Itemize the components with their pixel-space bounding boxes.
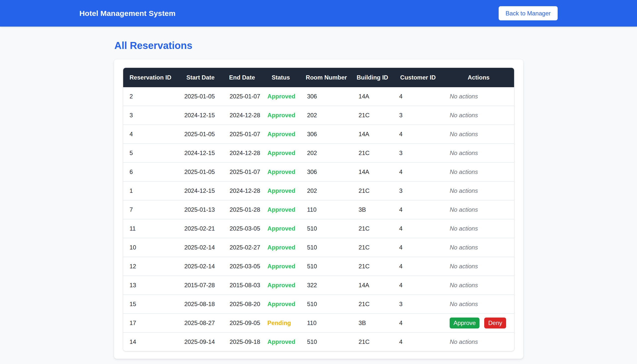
cell-room-number: 110	[301, 200, 352, 219]
cell-end-date: 2025-09-18	[223, 332, 261, 351]
cell-actions: No actions	[443, 257, 514, 276]
cell-reservation-id: 15	[123, 295, 178, 314]
cell-reservation-id: 4	[123, 125, 178, 144]
cell-end-date: 2025-01-28	[223, 200, 261, 219]
no-actions-label: No actions	[450, 112, 478, 118]
cell-room-number: 202	[301, 106, 352, 125]
cell-start-date: 2015-07-28	[178, 276, 223, 295]
cell-status: Approved	[261, 332, 301, 351]
cell-start-date: 2025-02-14	[178, 257, 223, 276]
cell-end-date: 2025-01-07	[223, 162, 261, 182]
column-header-end-date: End Date	[223, 68, 261, 87]
cell-status: Approved	[261, 125, 301, 144]
column-header-reservation-id: Reservation ID	[123, 68, 178, 87]
cell-building-id: 21C	[352, 332, 393, 351]
cell-reservation-id: 7	[123, 200, 178, 219]
cell-end-date: 2024-12-28	[223, 182, 261, 200]
cell-room-number: 110	[301, 314, 352, 332]
no-actions-label: No actions	[450, 301, 478, 307]
cell-actions: No actions	[443, 238, 514, 257]
column-header-actions: Actions	[443, 68, 514, 87]
cell-building-id: 21C	[352, 238, 393, 257]
cell-actions: No actions	[443, 182, 514, 200]
cell-actions: No actions	[443, 219, 514, 238]
cell-end-date: 2025-08-20	[223, 295, 261, 314]
cell-room-number: 510	[301, 332, 352, 351]
page-title: All Reservations	[114, 40, 523, 52]
cell-building-id: 21C	[352, 295, 393, 314]
cell-room-number: 510	[301, 257, 352, 276]
table-row: 10 2025-02-14 2025-02-27 Approved 510 21…	[123, 238, 514, 257]
cell-actions: No actions	[443, 144, 514, 162]
table-row: 4 2025-01-05 2025-01-07 Approved 306 14A…	[123, 125, 514, 144]
cell-room-number: 322	[301, 276, 352, 295]
cell-actions: ApproveDeny	[443, 314, 514, 332]
cell-actions: No actions	[443, 276, 514, 295]
no-actions-label: No actions	[450, 206, 478, 213]
cell-actions: No actions	[443, 106, 514, 125]
cell-reservation-id: 5	[123, 144, 178, 162]
table-header-row: Reservation ID Start Date End Date Statu…	[123, 68, 514, 87]
cell-start-date: 2025-02-14	[178, 238, 223, 257]
cell-customer-id: 4	[393, 238, 443, 257]
cell-reservation-id: 2	[123, 87, 178, 106]
cell-end-date: 2025-01-07	[223, 125, 261, 144]
cell-end-date: 2024-12-28	[223, 144, 261, 162]
cell-reservation-id: 12	[123, 257, 178, 276]
cell-start-date: 2024-12-15	[178, 144, 223, 162]
cell-customer-id: 3	[393, 295, 443, 314]
cell-reservation-id: 14	[123, 332, 178, 351]
approve-button[interactable]: Approve	[450, 318, 480, 328]
table-row: 6 2025-01-05 2025-01-07 Approved 306 14A…	[123, 162, 514, 182]
cell-room-number: 202	[301, 182, 352, 200]
cell-customer-id: 4	[393, 332, 443, 351]
cell-start-date: 2025-08-27	[178, 314, 223, 332]
column-header-start-date: Start Date	[178, 68, 223, 87]
cell-reservation-id: 3	[123, 106, 178, 125]
back-to-manager-button[interactable]: Back to Manager	[499, 6, 558, 20]
cell-building-id: 21C	[352, 257, 393, 276]
cell-start-date: 2025-08-18	[178, 295, 223, 314]
cell-start-date: 2025-01-05	[178, 87, 223, 106]
no-actions-label: No actions	[450, 244, 478, 251]
cell-end-date: 2015-08-03	[223, 276, 261, 295]
no-actions-label: No actions	[450, 168, 478, 175]
cell-start-date: 2025-09-14	[178, 332, 223, 351]
no-actions-label: No actions	[450, 187, 478, 194]
cell-end-date: 2025-03-05	[223, 219, 261, 238]
cell-status: Approved	[261, 257, 301, 276]
cell-building-id: 21C	[352, 219, 393, 238]
cell-customer-id: 4	[393, 200, 443, 219]
cell-building-id: 14A	[352, 125, 393, 144]
cell-building-id: 21C	[352, 182, 393, 200]
reservations-card: Reservation ID Start Date End Date Statu…	[114, 60, 523, 359]
cell-room-number: 306	[301, 125, 352, 144]
cell-customer-id: 4	[393, 219, 443, 238]
reservations-table: Reservation ID Start Date End Date Statu…	[123, 68, 514, 351]
cell-reservation-id: 10	[123, 238, 178, 257]
cell-room-number: 510	[301, 219, 352, 238]
deny-button[interactable]: Deny	[484, 318, 506, 328]
table-row: 7 2025-01-13 2025-01-28 Approved 110 3B …	[123, 200, 514, 219]
cell-status: Approved	[261, 219, 301, 238]
cell-building-id: 14A	[352, 276, 393, 295]
cell-customer-id: 4	[393, 162, 443, 182]
cell-building-id: 21C	[352, 106, 393, 125]
cell-status: Approved	[261, 238, 301, 257]
table-row: 13 2015-07-28 2015-08-03 Approved 322 14…	[123, 276, 514, 295]
topbar-inner: Hotel Management System Back to Manager	[79, 0, 558, 26]
app-title: Hotel Management System	[79, 9, 175, 18]
table-row: 14 2025-09-14 2025-09-18 Approved 510 21…	[123, 332, 514, 351]
cell-building-id: 3B	[352, 314, 393, 332]
cell-status: Approved	[261, 182, 301, 200]
table-row: 15 2025-08-18 2025-08-20 Approved 510 21…	[123, 295, 514, 314]
cell-reservation-id: 11	[123, 219, 178, 238]
table-row: 2 2025-01-05 2025-01-07 Approved 306 14A…	[123, 87, 514, 106]
cell-status: Pending	[261, 314, 301, 332]
table-row: 12 2025-02-14 2025-03-05 Approved 510 21…	[123, 257, 514, 276]
no-actions-label: No actions	[450, 263, 478, 270]
table-row: 5 2024-12-15 2024-12-28 Approved 202 21C…	[123, 144, 514, 162]
no-actions-label: No actions	[450, 338, 478, 345]
cell-actions: No actions	[443, 87, 514, 106]
cell-actions: No actions	[443, 125, 514, 144]
